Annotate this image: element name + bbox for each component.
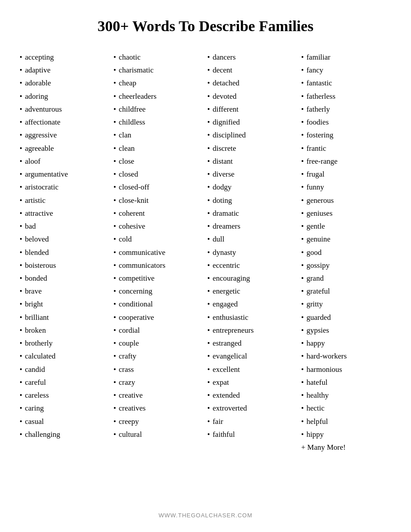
list-item: closed: [112, 168, 206, 181]
list-item: artistic: [18, 194, 112, 207]
list-item: cordial: [112, 324, 206, 337]
list-item: crafty: [112, 350, 206, 363]
list-item: dignified: [206, 116, 299, 129]
list-item: accepting: [18, 51, 112, 64]
list-item: gypsies: [299, 324, 393, 337]
word-list-4: familiarfancyfantasticfatherlessfatherly…: [299, 51, 393, 441]
list-item: communicators: [112, 259, 206, 272]
list-item: blended: [18, 246, 112, 259]
list-item: affectionate: [18, 116, 112, 129]
list-item: fostering: [299, 129, 393, 141]
list-item: dynasty: [206, 246, 299, 259]
list-item: aggressive: [18, 129, 112, 141]
list-item: healthy: [299, 389, 393, 402]
list-item: hateful: [299, 376, 393, 389]
list-item: distant: [206, 155, 299, 168]
list-item: cooperative: [112, 311, 206, 324]
list-item: dancers: [206, 51, 299, 64]
list-item: engaged: [206, 298, 299, 310]
list-item: brilliant: [18, 311, 112, 324]
list-item: hard-workers: [299, 350, 393, 363]
list-item: funny: [299, 181, 393, 193]
list-item: entrepreneurs: [206, 324, 299, 337]
list-item: dramatic: [206, 207, 299, 220]
list-item: happy: [299, 337, 393, 350]
list-item: familiar: [299, 51, 393, 64]
column-3: dancersdecentdetacheddevoteddifferentdig…: [206, 51, 299, 441]
columns-container: acceptingadaptiveadorableadoringadventur…: [18, 51, 393, 454]
list-item: cheap: [112, 77, 206, 89]
list-item: adventurous: [18, 103, 112, 116]
list-item: geniuses: [299, 207, 393, 220]
list-item: discrete: [206, 142, 299, 155]
list-item: challenging: [18, 428, 112, 441]
list-item: crass: [112, 363, 206, 376]
list-item: charismatic: [112, 64, 206, 77]
list-item: cheerleaders: [112, 90, 206, 103]
list-item: aristocratic: [18, 181, 112, 193]
list-item: coherent: [112, 207, 206, 220]
list-item: brotherly: [18, 337, 112, 350]
list-item: different: [206, 103, 299, 116]
list-item: brave: [18, 285, 112, 298]
list-item: candid: [18, 363, 112, 376]
list-item: caring: [18, 402, 112, 415]
list-item: bad: [18, 220, 112, 233]
list-item: disciplined: [206, 129, 299, 141]
list-item: estranged: [206, 337, 299, 350]
list-item: extroverted: [206, 402, 299, 415]
list-item: competitive: [112, 272, 206, 285]
list-item: close-knit: [112, 194, 206, 207]
list-item: cold: [112, 233, 206, 246]
word-list-3: dancersdecentdetacheddevoteddifferentdig…: [206, 51, 299, 441]
list-item: couple: [112, 337, 206, 350]
list-item: good: [299, 246, 393, 259]
list-item: bright: [18, 298, 112, 310]
list-item: diverse: [206, 168, 299, 181]
list-item: adorable: [18, 77, 112, 89]
column-1: acceptingadaptiveadorableadoringadventur…: [18, 51, 112, 441]
list-item: agreeable: [18, 142, 112, 155]
list-item: aloof: [18, 155, 112, 168]
list-item: childless: [112, 116, 206, 129]
list-item: bonded: [18, 272, 112, 285]
list-item: boisterous: [18, 259, 112, 272]
page-title: 300+ Words To Describe Families: [97, 18, 313, 35]
list-item: fancy: [299, 64, 393, 77]
list-item: dodgy: [206, 181, 299, 193]
list-item: generous: [299, 194, 393, 207]
list-item: careful: [18, 376, 112, 389]
list-item: creatives: [112, 402, 206, 415]
list-item: hippy: [299, 428, 393, 441]
list-item: clean: [112, 142, 206, 155]
list-item: excellent: [206, 363, 299, 376]
list-item: adaptive: [18, 64, 112, 77]
list-item: cultural: [112, 428, 206, 441]
list-item: adoring: [18, 90, 112, 103]
list-item: foodies: [299, 116, 393, 129]
list-item: clan: [112, 129, 206, 141]
list-item: energetic: [206, 285, 299, 298]
list-item: grateful: [299, 285, 393, 298]
list-item: concerning: [112, 285, 206, 298]
list-item: fatherless: [299, 90, 393, 103]
list-item: fantastic: [299, 77, 393, 89]
list-item: chaotic: [112, 51, 206, 64]
list-item: faithful: [206, 428, 299, 441]
list-item: childfree: [112, 103, 206, 116]
list-item: gentle: [299, 220, 393, 233]
list-item: gritty: [299, 298, 393, 310]
list-item: conditional: [112, 298, 206, 310]
list-item: casual: [18, 415, 112, 428]
list-item: harmonious: [299, 363, 393, 376]
list-item: argumentative: [18, 168, 112, 181]
list-item: broken: [18, 324, 112, 337]
more-label: + Many More!: [299, 441, 393, 454]
list-item: communicative: [112, 246, 206, 259]
list-item: careless: [18, 389, 112, 402]
word-list-2: chaoticcharismaticcheapcheerleaderschild…: [112, 51, 206, 441]
list-item: doting: [206, 194, 299, 207]
list-item: extended: [206, 389, 299, 402]
list-item: frugal: [299, 168, 393, 181]
list-item: expat: [206, 376, 299, 389]
